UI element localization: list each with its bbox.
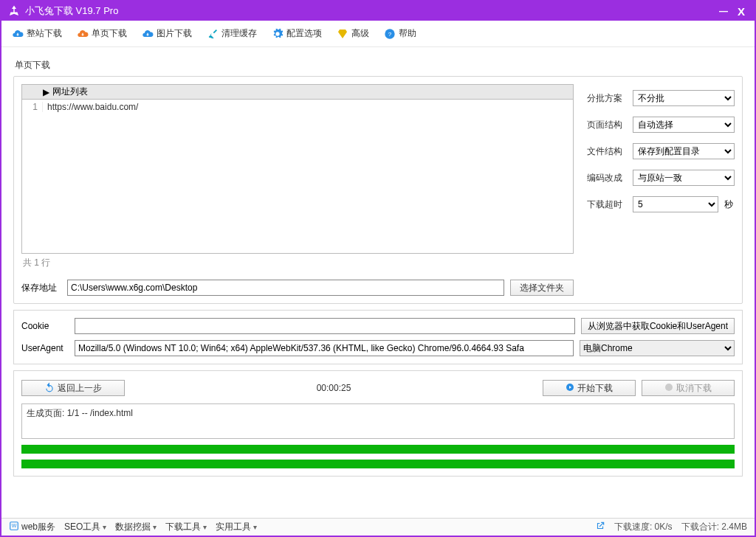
action-group: 返回上一步 00:00:25 开始下载 取消下载 生成页面: 1/1 -- /i… — [13, 370, 743, 477]
file-label: 文件结构 — [587, 145, 627, 158]
status-web-service[interactable]: W web服务 — [9, 521, 55, 533]
headers-group: Cookie 从浏览器中获取Cookie和UserAgent UserAgent… — [13, 310, 743, 364]
toolbar-help[interactable]: ? 帮助 — [384, 27, 416, 40]
toolbar-config[interactable]: 配置选项 — [272, 27, 322, 40]
chevron-down-icon: ▾ — [153, 523, 157, 531]
chevron-down-icon: ▾ — [203, 523, 207, 531]
svg-text:?: ? — [388, 31, 392, 38]
batch-label: 分批方案 — [587, 92, 627, 105]
diamond-icon — [337, 28, 348, 40]
status-seo[interactable]: SEO工具▾ — [64, 521, 106, 533]
get-cookie-button[interactable]: 从浏览器中获取Cookie和UserAgent — [581, 318, 735, 334]
toolbar-image-download[interactable]: 图片下载 — [142, 27, 192, 40]
export-icon[interactable] — [595, 521, 605, 533]
timeout-select[interactable]: 5 — [633, 196, 718, 212]
cookie-input[interactable] — [75, 318, 575, 334]
download-speed: 下载速度: 0K/s — [614, 521, 673, 533]
toolbar-label: 整站下载 — [27, 27, 62, 40]
toolbar-label: 高级 — [351, 27, 369, 40]
struct-label: 页面结构 — [587, 119, 627, 131]
toolbar-label: 配置选项 — [286, 27, 322, 40]
progress-1 — [21, 445, 735, 454]
undo-icon — [44, 382, 55, 395]
back-button[interactable]: 返回上一步 — [21, 380, 125, 396]
start-download-button[interactable]: 开始下载 — [543, 380, 636, 396]
url-list-header[interactable]: ▶ 网址列表 — [22, 85, 573, 100]
triangle-right-icon: ▶ — [43, 87, 49, 97]
close-button[interactable]: X — [734, 4, 749, 18]
statusbar: W web服务 SEO工具▾ 数据挖掘▾ 下载工具▾ 实用工具▾ 下载速度: 0… — [1, 518, 755, 536]
cloud-download-icon — [77, 28, 89, 40]
log-output: 生成页面: 1/1 -- /index.html — [21, 403, 735, 439]
cloud-download-icon — [142, 28, 154, 40]
enc-label: 编码改成 — [587, 172, 627, 184]
save-path-input[interactable] — [67, 280, 504, 296]
titlebar: 小飞兔下载 V19.7 Pro — X — [1, 1, 755, 21]
help-icon: ? — [384, 28, 396, 40]
window-title: 小飞兔下载 V19.7 Pro — [25, 4, 713, 18]
batch-select[interactable]: 不分批 — [633, 90, 735, 106]
broom-icon — [207, 28, 219, 40]
url-header-label: 网址列表 — [52, 86, 88, 98]
cloud-download-icon — [12, 28, 24, 40]
toolbar-label: 清理缓存 — [221, 27, 257, 40]
file-select[interactable]: 保存到配置目录 — [633, 143, 735, 159]
toolbar-page-download[interactable]: 单页下载 — [77, 27, 127, 40]
url-text: https://www.baidu.com/ — [43, 102, 138, 112]
gear-icon — [272, 28, 284, 40]
choose-folder-button[interactable]: 选择文件夹 — [510, 280, 574, 296]
toolbar-clean-cache[interactable]: 清理缓存 — [207, 27, 257, 40]
download-total: 下载合计: 2.4MB — [681, 521, 747, 533]
struct-select[interactable]: 自动选择 — [633, 117, 735, 133]
timeout-unit: 秒 — [724, 198, 735, 211]
chevron-down-icon: ▾ — [103, 523, 106, 531]
status-utilities[interactable]: 实用工具▾ — [216, 521, 257, 533]
svg-text:W: W — [12, 523, 17, 528]
timeout-label: 下载超时 — [587, 198, 627, 211]
toolbar-advanced[interactable]: 高级 — [337, 27, 369, 40]
progress-2 — [21, 460, 735, 468]
url-row[interactable]: 1 https://www.baidu.com/ — [22, 100, 573, 114]
stop-icon — [664, 383, 673, 394]
play-icon — [566, 383, 574, 394]
cookie-label: Cookie — [21, 321, 69, 331]
url-list[interactable]: ▶ 网址列表 1 https://www.baidu.com/ — [21, 84, 574, 254]
main-toolbar: 整站下载 单页下载 图片下载 清理缓存 配置选项 高级 ? 帮助 — [1, 21, 755, 47]
minimize-button[interactable]: — — [716, 4, 731, 18]
options-panel: 分批方案 不分批 页面结构 自动选择 文件结构 保存到配置目录 编码改成 与原站… — [587, 84, 735, 296]
toolbar-label: 图片下载 — [157, 27, 192, 40]
svg-point-3 — [665, 384, 673, 391]
app-logo-icon — [7, 4, 21, 18]
save-path-label: 保存地址 — [21, 282, 61, 294]
section-label: 单页下载 — [13, 55, 743, 76]
url-count-label: 共 1 行 — [21, 254, 574, 272]
ua-label: UserAgent — [21, 343, 69, 353]
cancel-download-button[interactable]: 取消下载 — [642, 380, 735, 396]
web-icon: W — [9, 521, 19, 533]
ua-input[interactable] — [75, 340, 574, 356]
chevron-down-icon: ▾ — [253, 523, 257, 531]
ua-select[interactable]: 电脑Chrome — [580, 340, 735, 356]
toolbar-label: 帮助 — [399, 27, 416, 40]
elapsed-timer: 00:00:25 — [131, 383, 537, 393]
enc-select[interactable]: 与原站一致 — [633, 170, 735, 186]
line-number: 1 — [22, 102, 43, 112]
status-data-mining[interactable]: 数据挖掘▾ — [115, 521, 157, 533]
url-group: ▶ 网址列表 1 https://www.baidu.com/ 共 1 行 保存… — [13, 76, 743, 304]
status-download-tools[interactable]: 下载工具▾ — [165, 521, 207, 533]
toolbar-label: 单页下载 — [92, 27, 127, 40]
toolbar-site-download[interactable]: 整站下载 — [12, 27, 62, 40]
